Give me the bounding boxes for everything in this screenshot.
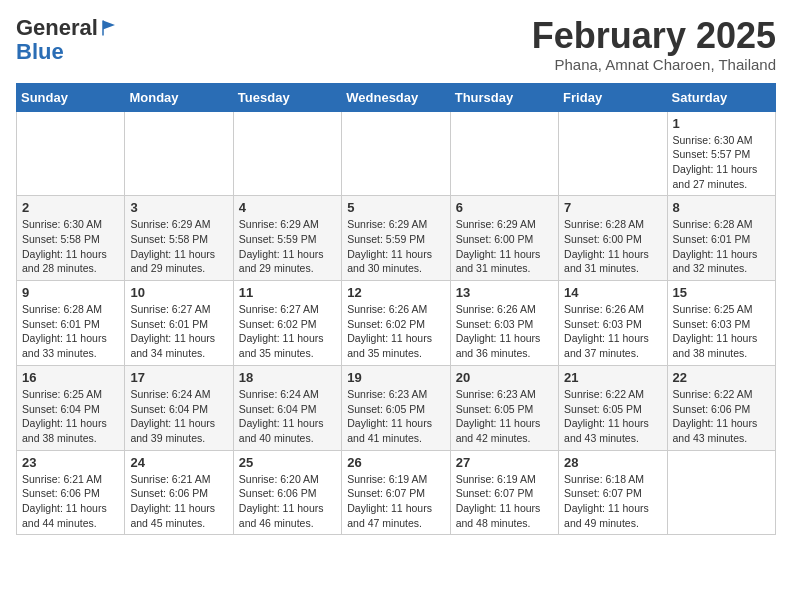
calendar-cell: 14Sunrise: 6:26 AMSunset: 6:03 PMDayligh…	[559, 281, 667, 366]
day-number: 4	[239, 200, 336, 215]
day-number: 5	[347, 200, 444, 215]
day-number: 10	[130, 285, 227, 300]
day-number: 20	[456, 370, 553, 385]
calendar-table: SundayMondayTuesdayWednesdayThursdayFrid…	[16, 83, 776, 536]
calendar-cell: 7Sunrise: 6:28 AMSunset: 6:00 PMDaylight…	[559, 196, 667, 281]
calendar-header-row: SundayMondayTuesdayWednesdayThursdayFrid…	[17, 83, 776, 111]
day-info: Sunrise: 6:30 AMSunset: 5:58 PMDaylight:…	[22, 217, 119, 276]
calendar-cell: 25Sunrise: 6:20 AMSunset: 6:06 PMDayligh…	[233, 450, 341, 535]
calendar-week-3: 9Sunrise: 6:28 AMSunset: 6:01 PMDaylight…	[17, 281, 776, 366]
day-number: 14	[564, 285, 661, 300]
logo-icon	[100, 19, 118, 37]
svg-rect-1	[102, 21, 104, 36]
day-info: Sunrise: 6:23 AMSunset: 6:05 PMDaylight:…	[347, 387, 444, 446]
day-info: Sunrise: 6:20 AMSunset: 6:06 PMDaylight:…	[239, 472, 336, 531]
calendar-week-2: 2Sunrise: 6:30 AMSunset: 5:58 PMDaylight…	[17, 196, 776, 281]
day-info: Sunrise: 6:28 AMSunset: 6:01 PMDaylight:…	[673, 217, 770, 276]
calendar-cell	[450, 111, 558, 196]
day-info: Sunrise: 6:25 AMSunset: 6:04 PMDaylight:…	[22, 387, 119, 446]
day-number: 8	[673, 200, 770, 215]
day-info: Sunrise: 6:26 AMSunset: 6:03 PMDaylight:…	[564, 302, 661, 361]
day-info: Sunrise: 6:19 AMSunset: 6:07 PMDaylight:…	[347, 472, 444, 531]
title-area: February 2025 Phana, Amnat Charoen, Thai…	[532, 16, 776, 73]
calendar-cell	[17, 111, 125, 196]
day-number: 3	[130, 200, 227, 215]
calendar-cell: 16Sunrise: 6:25 AMSunset: 6:04 PMDayligh…	[17, 365, 125, 450]
calendar-cell: 15Sunrise: 6:25 AMSunset: 6:03 PMDayligh…	[667, 281, 775, 366]
calendar-cell	[667, 450, 775, 535]
day-info: Sunrise: 6:29 AMSunset: 5:59 PMDaylight:…	[347, 217, 444, 276]
day-number: 17	[130, 370, 227, 385]
calendar-cell: 19Sunrise: 6:23 AMSunset: 6:05 PMDayligh…	[342, 365, 450, 450]
day-info: Sunrise: 6:24 AMSunset: 6:04 PMDaylight:…	[239, 387, 336, 446]
day-number: 25	[239, 455, 336, 470]
calendar-cell: 24Sunrise: 6:21 AMSunset: 6:06 PMDayligh…	[125, 450, 233, 535]
calendar-cell: 9Sunrise: 6:28 AMSunset: 6:01 PMDaylight…	[17, 281, 125, 366]
day-number: 22	[673, 370, 770, 385]
day-number: 12	[347, 285, 444, 300]
day-info: Sunrise: 6:29 AMSunset: 5:58 PMDaylight:…	[130, 217, 227, 276]
calendar-cell: 6Sunrise: 6:29 AMSunset: 6:00 PMDaylight…	[450, 196, 558, 281]
calendar-cell: 21Sunrise: 6:22 AMSunset: 6:05 PMDayligh…	[559, 365, 667, 450]
day-info: Sunrise: 6:27 AMSunset: 6:01 PMDaylight:…	[130, 302, 227, 361]
day-info: Sunrise: 6:22 AMSunset: 6:05 PMDaylight:…	[564, 387, 661, 446]
day-number: 19	[347, 370, 444, 385]
day-info: Sunrise: 6:21 AMSunset: 6:06 PMDaylight:…	[130, 472, 227, 531]
day-number: 9	[22, 285, 119, 300]
day-info: Sunrise: 6:28 AMSunset: 6:01 PMDaylight:…	[22, 302, 119, 361]
calendar-cell: 11Sunrise: 6:27 AMSunset: 6:02 PMDayligh…	[233, 281, 341, 366]
day-info: Sunrise: 6:24 AMSunset: 6:04 PMDaylight:…	[130, 387, 227, 446]
logo-blue-text: Blue	[16, 40, 64, 64]
calendar-cell	[233, 111, 341, 196]
day-info: Sunrise: 6:26 AMSunset: 6:03 PMDaylight:…	[456, 302, 553, 361]
weekday-header-thursday: Thursday	[450, 83, 558, 111]
day-number: 1	[673, 116, 770, 131]
day-number: 28	[564, 455, 661, 470]
svg-marker-0	[103, 21, 115, 30]
calendar-cell: 4Sunrise: 6:29 AMSunset: 5:59 PMDaylight…	[233, 196, 341, 281]
logo-general-text: General	[16, 16, 98, 40]
day-info: Sunrise: 6:23 AMSunset: 6:05 PMDaylight:…	[456, 387, 553, 446]
day-number: 11	[239, 285, 336, 300]
day-info: Sunrise: 6:29 AMSunset: 6:00 PMDaylight:…	[456, 217, 553, 276]
calendar-week-5: 23Sunrise: 6:21 AMSunset: 6:06 PMDayligh…	[17, 450, 776, 535]
day-number: 26	[347, 455, 444, 470]
day-info: Sunrise: 6:21 AMSunset: 6:06 PMDaylight:…	[22, 472, 119, 531]
day-info: Sunrise: 6:18 AMSunset: 6:07 PMDaylight:…	[564, 472, 661, 531]
weekday-header-tuesday: Tuesday	[233, 83, 341, 111]
calendar-cell: 20Sunrise: 6:23 AMSunset: 6:05 PMDayligh…	[450, 365, 558, 450]
day-info: Sunrise: 6:29 AMSunset: 5:59 PMDaylight:…	[239, 217, 336, 276]
weekday-header-friday: Friday	[559, 83, 667, 111]
day-info: Sunrise: 6:30 AMSunset: 5:57 PMDaylight:…	[673, 133, 770, 192]
day-number: 18	[239, 370, 336, 385]
location-title: Phana, Amnat Charoen, Thailand	[532, 56, 776, 73]
calendar-cell: 17Sunrise: 6:24 AMSunset: 6:04 PMDayligh…	[125, 365, 233, 450]
day-info: Sunrise: 6:28 AMSunset: 6:00 PMDaylight:…	[564, 217, 661, 276]
calendar-cell: 12Sunrise: 6:26 AMSunset: 6:02 PMDayligh…	[342, 281, 450, 366]
day-number: 21	[564, 370, 661, 385]
day-number: 23	[22, 455, 119, 470]
day-info: Sunrise: 6:19 AMSunset: 6:07 PMDaylight:…	[456, 472, 553, 531]
calendar-cell: 8Sunrise: 6:28 AMSunset: 6:01 PMDaylight…	[667, 196, 775, 281]
day-info: Sunrise: 6:27 AMSunset: 6:02 PMDaylight:…	[239, 302, 336, 361]
day-number: 13	[456, 285, 553, 300]
day-number: 2	[22, 200, 119, 215]
calendar-cell: 3Sunrise: 6:29 AMSunset: 5:58 PMDaylight…	[125, 196, 233, 281]
calendar-cell	[125, 111, 233, 196]
day-number: 15	[673, 285, 770, 300]
calendar-cell: 13Sunrise: 6:26 AMSunset: 6:03 PMDayligh…	[450, 281, 558, 366]
day-number: 7	[564, 200, 661, 215]
calendar-week-1: 1Sunrise: 6:30 AMSunset: 5:57 PMDaylight…	[17, 111, 776, 196]
calendar-cell: 27Sunrise: 6:19 AMSunset: 6:07 PMDayligh…	[450, 450, 558, 535]
calendar-cell: 26Sunrise: 6:19 AMSunset: 6:07 PMDayligh…	[342, 450, 450, 535]
weekday-header-saturday: Saturday	[667, 83, 775, 111]
page-header: General Blue February 2025 Phana, Amnat …	[16, 16, 776, 73]
calendar-cell: 5Sunrise: 6:29 AMSunset: 5:59 PMDaylight…	[342, 196, 450, 281]
calendar-cell: 2Sunrise: 6:30 AMSunset: 5:58 PMDaylight…	[17, 196, 125, 281]
calendar-week-4: 16Sunrise: 6:25 AMSunset: 6:04 PMDayligh…	[17, 365, 776, 450]
calendar-cell: 10Sunrise: 6:27 AMSunset: 6:01 PMDayligh…	[125, 281, 233, 366]
day-number: 24	[130, 455, 227, 470]
day-number: 16	[22, 370, 119, 385]
calendar-cell: 18Sunrise: 6:24 AMSunset: 6:04 PMDayligh…	[233, 365, 341, 450]
calendar-cell	[342, 111, 450, 196]
